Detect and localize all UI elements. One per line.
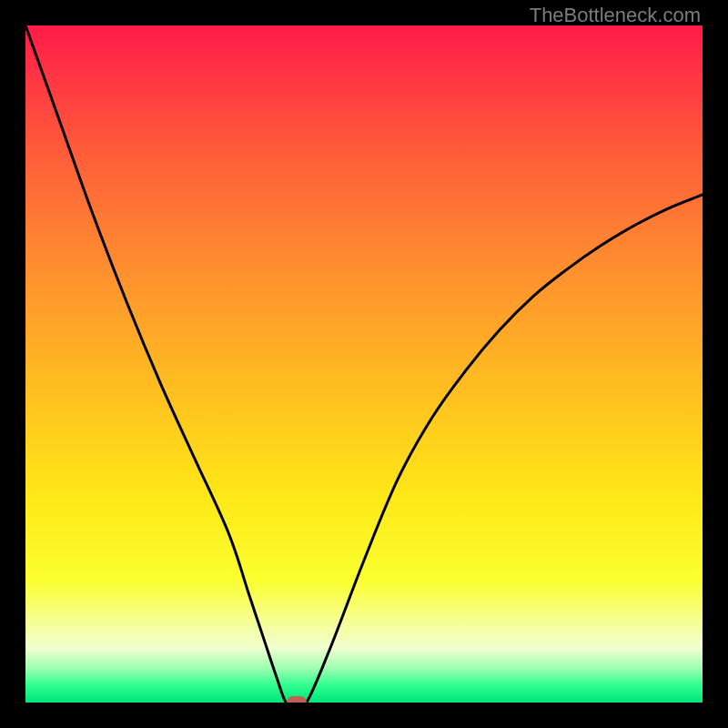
bottleneck-curve xyxy=(25,25,703,703)
watermark-text: TheBottleneck.com xyxy=(530,4,701,27)
chart-frame: TheBottleneck.com xyxy=(0,0,728,728)
plot-area xyxy=(25,25,703,703)
optimal-point-marker xyxy=(287,696,307,703)
